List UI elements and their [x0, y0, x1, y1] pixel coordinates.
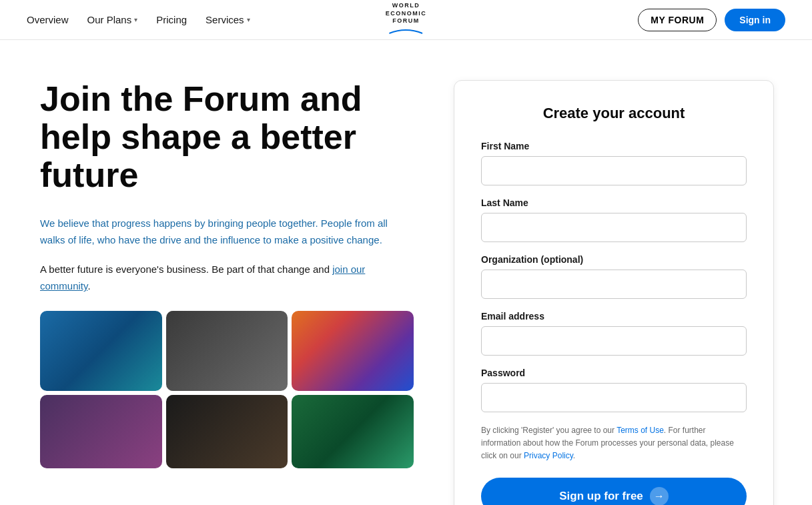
navbar: Overview Our Plans ▾ Pricing Services ▾ … — [0, 0, 812, 40]
image-cell-6 — [292, 395, 414, 468]
left-panel: Join the Forum and help shape a better f… — [40, 80, 414, 505]
terms-link[interactable]: Terms of Use — [617, 426, 664, 435]
our-plans-chevron-icon: ▾ — [134, 16, 137, 23]
password-group: Password — [481, 368, 747, 412]
nav-overview[interactable]: Overview — [27, 14, 69, 25]
first-name-input[interactable] — [481, 156, 747, 185]
nav-services[interactable]: Services ▾ — [206, 14, 250, 25]
nav-our-plans[interactable]: Our Plans ▾ — [87, 14, 138, 25]
nav-right: MY FORUM Sign in — [638, 9, 785, 31]
sign-in-button[interactable]: Sign in — [725, 9, 785, 31]
last-name-group: Last Name — [481, 197, 747, 242]
legal-text: By clicking 'Register' you agree to our … — [481, 424, 747, 463]
services-chevron-icon: ▾ — [247, 16, 250, 23]
email-group: Email address — [481, 311, 747, 356]
nav-pricing[interactable]: Pricing — [156, 14, 187, 25]
image-cell-4 — [40, 395, 162, 468]
image-cell-5 — [166, 395, 288, 468]
organization-group: Organization (optional) — [481, 254, 747, 299]
first-name-group: First Name — [481, 141, 747, 185]
organization-label: Organization (optional) — [481, 254, 747, 265]
hero-subtitle: We believe that progress happens by brin… — [40, 215, 414, 249]
hero-title: Join the Forum and help shape a better f… — [40, 80, 414, 195]
image-cell-2 — [166, 311, 288, 391]
form-title: Create your account — [481, 105, 747, 122]
email-label: Email address — [481, 311, 747, 322]
last-name-input[interactable] — [481, 213, 747, 242]
my-forum-button[interactable]: MY FORUM — [638, 9, 717, 31]
password-label: Password — [481, 368, 747, 378]
password-input[interactable] — [481, 383, 747, 412]
privacy-link[interactable]: Privacy Policy — [524, 451, 573, 460]
main-container: Join the Forum and help shape a better f… — [0, 40, 812, 505]
signup-button[interactable]: Sign up for free → — [481, 478, 747, 505]
signup-form-card: Create your account First Name Last Name… — [454, 80, 774, 505]
hero-subtitle-2: A better future is everyone's business. … — [40, 261, 414, 295]
last-name-label: Last Name — [481, 197, 747, 208]
image-grid — [40, 311, 414, 468]
right-panel: Create your account First Name Last Name… — [454, 80, 774, 505]
image-cell-1 — [40, 311, 162, 391]
first-name-label: First Name — [481, 141, 747, 151]
signup-arrow-icon: → — [650, 487, 669, 505]
logo-arc-icon — [390, 28, 423, 35]
email-input[interactable] — [481, 326, 747, 356]
organization-input[interactable] — [481, 270, 747, 299]
nav-left: Overview Our Plans ▾ Pricing Services ▾ — [27, 14, 250, 25]
site-logo[interactable]: WORLD ECONOMIC FORUM — [386, 2, 427, 37]
image-cell-3 — [292, 311, 414, 391]
